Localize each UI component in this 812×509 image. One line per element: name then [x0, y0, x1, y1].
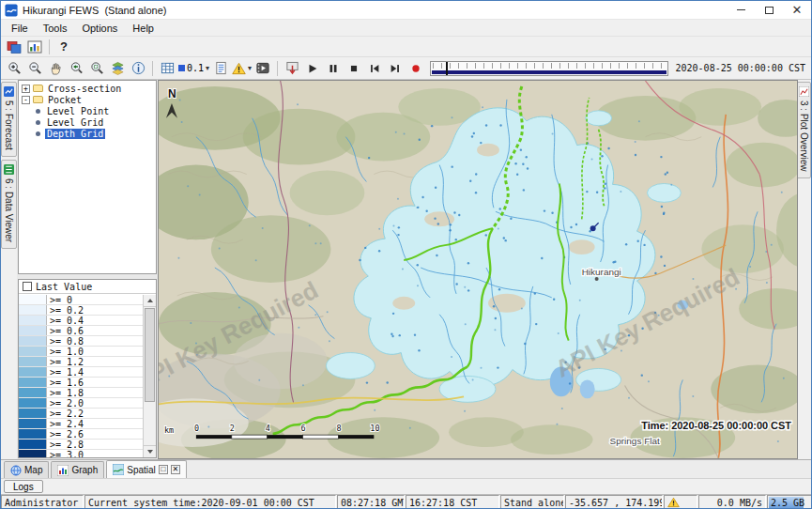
node-icon: [36, 109, 40, 114]
tab-map[interactable]: Map: [4, 461, 49, 478]
warning-dropdown[interactable]: ▾: [231, 59, 253, 78]
scroll-up-button[interactable]: [144, 295, 156, 307]
tab-graph[interactable]: Graph: [51, 461, 104, 478]
toolbar-separator: [49, 39, 50, 54]
legend-label: >= 0.6: [47, 326, 84, 335]
zoom-previous-button[interactable]: [66, 59, 86, 78]
skip-start-icon: [368, 62, 381, 75]
export-animation-button[interactable]: [282, 59, 302, 78]
animation-icon: [255, 61, 270, 75]
timeline-slider[interactable]: [430, 61, 667, 76]
legend-label: >= 2.6: [47, 429, 84, 439]
legend-swatch: [19, 419, 47, 428]
export-icon: [285, 61, 299, 75]
legend-row: >= 0.2: [19, 305, 143, 316]
legend-swatch: [19, 409, 47, 418]
info-button[interactable]: [128, 59, 148, 78]
legend-scrollbar[interactable]: [143, 295, 156, 457]
toolbar-main: ?: [1, 37, 811, 57]
status-local-time-segment: 16:27:18 CST: [406, 495, 499, 509]
zoom-extent-button[interactable]: [86, 59, 107, 78]
legend-swatch: [19, 326, 47, 335]
last-value-checkbox[interactable]: [23, 282, 32, 291]
menu-file[interactable]: File: [4, 22, 36, 35]
record-button[interactable]: [406, 59, 426, 78]
tab-forecast[interactable]: 5 : Forecast: [1, 82, 17, 157]
map-viewport[interactable]: API Key Required API Key Required Hikura…: [158, 80, 798, 459]
legend-row: >= 2.2: [19, 409, 143, 419]
expand-icon[interactable]: +: [22, 85, 30, 93]
tree-item[interactable]: Level Point: [19, 105, 156, 116]
tree-item[interactable]: -Pocket: [19, 94, 156, 105]
map-time-label: Time: 2020-08-25 00:00:00 CST: [641, 420, 791, 431]
scale-unit: km: [164, 425, 174, 435]
grid-display-icon: [161, 61, 175, 75]
status-gmt-time-segment: 08:27:18 GMT: [337, 495, 405, 509]
menu-options[interactable]: Options: [74, 22, 125, 35]
scroll-down-button[interactable]: [144, 445, 156, 457]
timeline-range-bar: [432, 70, 666, 74]
help-button[interactable]: ?: [54, 38, 74, 56]
zoom-previous-icon: [69, 61, 84, 75]
tab-spatial[interactable]: Spatial □ ✕: [106, 460, 187, 478]
legend-row: >= 2.0: [19, 398, 143, 409]
pan-button[interactable]: [45, 59, 66, 78]
status-user-segment: Administrator: [1, 495, 84, 509]
undock-icon[interactable]: □: [159, 465, 168, 474]
spatial-icon: [113, 464, 124, 475]
minimize-button[interactable]: [727, 1, 755, 19]
legend-swatch: [19, 378, 47, 387]
status-warning-icon: [667, 497, 680, 508]
threshold-dropdown[interactable]: 0.1 ▾: [177, 59, 210, 78]
skip-start-button[interactable]: [364, 59, 385, 78]
tree-item[interactable]: Level Grid: [19, 116, 156, 128]
profile-button[interactable]: [210, 59, 231, 78]
tab-plot-overview[interactable]: 3 : Plot Overview: [796, 82, 811, 178]
animation-button[interactable]: [253, 59, 273, 78]
close-button[interactable]: ✕: [783, 1, 811, 19]
legend-header: Last Value: [19, 280, 156, 294]
display-groups-button[interactable]: [24, 38, 45, 56]
collapse-icon[interactable]: -: [22, 96, 30, 104]
dropdown-caret-icon: ▾: [248, 64, 252, 72]
status-system-time-segment: Current system time:2020-09-01 00:00 CST: [84, 495, 336, 509]
legend-label: >= 2.0: [47, 398, 84, 408]
tab-data-viewer[interactable]: 6 : Data Viewer: [1, 160, 17, 249]
logs-button[interactable]: Logs: [4, 480, 43, 493]
legend-swatch: [19, 429, 47, 439]
play-button[interactable]: [302, 59, 323, 78]
timeline-cursor[interactable]: [446, 62, 448, 75]
tree-item[interactable]: +Cross-section: [19, 83, 156, 94]
stop-button[interactable]: [344, 59, 364, 78]
tree-item[interactable]: Depth Grid: [19, 128, 156, 139]
pause-button[interactable]: [323, 59, 344, 78]
tab-label: 5 : Forecast: [4, 100, 14, 150]
legend-swatch: [19, 367, 47, 377]
zoom-out-button[interactable]: [24, 59, 45, 78]
window-controls: ✕: [727, 1, 811, 19]
menu-help[interactable]: Help: [125, 22, 161, 35]
grid-display-button[interactable]: [157, 59, 177, 78]
maximize-button[interactable]: [755, 1, 783, 19]
menu-tools[interactable]: Tools: [36, 22, 75, 35]
legend-label: >= 2.4: [47, 419, 84, 428]
map-display-button[interactable]: [4, 38, 24, 56]
legend-row: >= 1.2: [19, 357, 143, 367]
layers-button[interactable]: [107, 59, 128, 78]
zoom-in-button[interactable]: [4, 59, 24, 78]
left-tab-strip: 5 : Forecast 6 : Data Viewer: [1, 80, 17, 459]
legend-panel: Last Value >= 0>= 0.2>= 0.4>= 0.6>= 0.8>…: [18, 279, 157, 458]
legend-row: >= 1.0: [19, 347, 143, 357]
tree-item-label: Pocket: [46, 95, 84, 105]
legend-label: >= 1.8: [47, 388, 84, 397]
scale-tick: 2: [230, 424, 235, 433]
scale-tick: 0: [194, 424, 199, 433]
legend-row: >= 0: [19, 295, 143, 305]
close-tab-icon[interactable]: ✕: [171, 465, 180, 474]
scrollbar-thumb[interactable]: [145, 308, 155, 402]
zoom-extent-icon: [90, 61, 104, 75]
legend-row: >= 1.8: [19, 388, 143, 398]
legend-label: >= 0.8: [47, 336, 84, 346]
info-icon: [131, 61, 146, 75]
skip-end-button[interactable]: [385, 59, 406, 78]
